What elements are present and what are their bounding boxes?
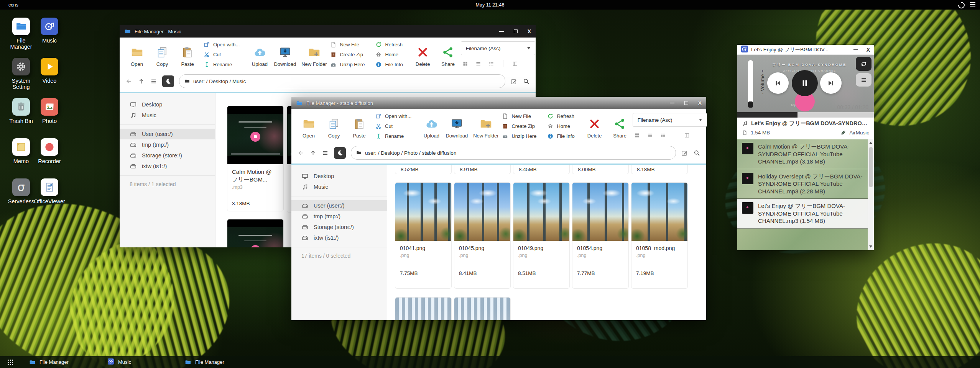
scroll-up-icon[interactable]	[869, 142, 872, 144]
paste-button[interactable]: Paste	[347, 110, 372, 142]
system-menu-icon[interactable]	[970, 2, 975, 8]
window-title-bar[interactable]: File Manager - MusicX	[120, 25, 536, 38]
delete-button[interactable]: Delete	[582, 110, 607, 142]
close-button[interactable]: X	[698, 100, 702, 106]
sidebar-item-desktop[interactable]: Desktop	[120, 99, 215, 110]
sidebar-item-user-user[interactable]: User (user:/)	[291, 200, 387, 211]
unzip-here-button[interactable]: Unzip Here	[502, 132, 536, 140]
share-button[interactable]: Share	[436, 38, 461, 70]
playlist-button[interactable]	[856, 73, 871, 87]
sort-dropdown[interactable]: Filename (Asc)	[633, 113, 707, 127]
open-button[interactable]: Open	[124, 38, 150, 70]
sidebar-item-ixtw-is1[interactable]: ixtw (is1:/)	[120, 161, 215, 172]
upload-button[interactable]: Upload	[247, 38, 272, 70]
cut-button[interactable]: Cut	[375, 122, 411, 130]
column-view-icon[interactable]	[684, 132, 690, 138]
player-title-bar[interactable]: Let's Enjoy @ フリーBGM DOV... X	[737, 45, 874, 55]
progress-bar[interactable]	[737, 112, 874, 118]
playlist-item[interactable]: Calm Motion @ フリーBGM DOVA-SYNDROME OFFIC…	[737, 139, 874, 169]
file-card-partial[interactable]	[454, 297, 511, 320]
close-button[interactable]: X	[528, 29, 531, 34]
refresh-button[interactable]: Refresh	[375, 40, 403, 49]
up-icon[interactable]	[309, 149, 317, 157]
app-launcher-icon[interactable]	[8, 360, 13, 365]
minimize-button[interactable]	[670, 103, 674, 103]
next-track-button[interactable]	[820, 72, 842, 94]
sidebar-item-tmp-tmp[interactable]: tmp (tmp:/)	[291, 211, 387, 222]
up-icon[interactable]	[138, 78, 145, 85]
repeat-button[interactable]	[856, 57, 871, 71]
path-input[interactable]: user: / Desktop / Music	[179, 74, 505, 88]
new-folder-button[interactable]: New Folder	[301, 38, 327, 70]
rename-button[interactable]: Rename	[204, 60, 240, 69]
grid-view-icon[interactable]	[634, 132, 640, 138]
file-card[interactable]: 01049.png.png8.51MB	[513, 182, 570, 289]
taskbar-item-file-manager[interactable]: File Manager	[29, 356, 69, 368]
unzip-here-button[interactable]: Unzip Here	[330, 60, 365, 69]
detail-view-icon[interactable]	[488, 61, 494, 67]
back-icon[interactable]	[297, 149, 304, 157]
desktop-icon-officeviewer[interactable]: OfficeViewer	[35, 178, 64, 219]
maximize-button[interactable]	[684, 101, 688, 105]
maximize-button[interactable]	[514, 29, 518, 33]
new-file-button[interactable]: New File	[330, 40, 365, 49]
sort-dropdown[interactable]: Filename (Asc)	[461, 41, 535, 55]
home-button[interactable]: Home	[375, 50, 403, 59]
home-button[interactable]: Home	[547, 122, 574, 130]
desktop-icon-system-setting[interactable]: System Setting	[7, 58, 35, 98]
desktop-icon-photo[interactable]: Photo	[35, 98, 64, 138]
refresh-button[interactable]: Refresh	[547, 112, 574, 120]
desktop-icon-video[interactable]: Video	[35, 58, 64, 98]
desktop-icon-serverless[interactable]: σServerless	[7, 178, 35, 219]
desktop-icon-trash-bin[interactable]: Trash Bin	[7, 98, 35, 138]
file-card[interactable]: Calm Motion @ フリーBGM....mp33.18MB	[227, 106, 284, 211]
file-card-partial[interactable]: 8.00MB	[572, 165, 629, 174]
file-card-partial[interactable]	[227, 219, 284, 247]
back-icon[interactable]	[125, 78, 133, 85]
file-card-partial[interactable]: 8.45MB	[513, 165, 570, 174]
desktop-icon-music[interactable]: Music	[35, 18, 64, 58]
sidebar-item-desktop[interactable]: Desktop	[291, 171, 387, 182]
scrollbar-thumb[interactable]	[869, 147, 873, 187]
playlist-scrollbar[interactable]	[868, 139, 874, 250]
list-view-icon[interactable]	[475, 61, 481, 67]
download-button[interactable]: Download	[272, 38, 298, 70]
edit-path-icon[interactable]	[681, 149, 688, 157]
list-view-icon[interactable]	[647, 132, 653, 138]
path-input[interactable]: user: / Desktop / Photo / stable diffusi…	[351, 146, 676, 160]
desktop-icon-memo[interactable]: Memo	[7, 138, 35, 178]
create-zip-button[interactable]: Create Zip	[330, 50, 365, 59]
file-card[interactable]: 01045.png.png8.41MB	[454, 182, 511, 289]
volume-slider-thumb[interactable]	[748, 101, 753, 108]
scroll-down-icon[interactable]	[869, 245, 872, 248]
paste-button[interactable]: Paste	[175, 38, 200, 70]
file-card[interactable]: 01058_mod.png.png7.19MB	[631, 182, 688, 289]
menu-icon[interactable]	[322, 149, 329, 157]
share-button[interactable]: Share	[607, 110, 633, 142]
taskbar-item-music[interactable]: Music	[108, 356, 131, 368]
dark-mode-toggle[interactable]	[162, 75, 174, 87]
open-with-button[interactable]: Open with...	[375, 112, 411, 120]
cut-button[interactable]: Cut	[204, 50, 240, 59]
close-button[interactable]: X	[867, 47, 870, 52]
minimize-button[interactable]	[499, 31, 504, 32]
minimize-button[interactable]	[853, 49, 858, 50]
pause-button[interactable]	[792, 70, 818, 96]
sidebar-item-music[interactable]: Music	[291, 182, 387, 192]
desktop-icon-file-manager[interactable]: File Manager	[7, 18, 35, 58]
sidebar-item-user-user[interactable]: User (user:/)	[120, 129, 215, 139]
dark-mode-toggle[interactable]	[334, 147, 346, 159]
create-zip-button[interactable]: Create Zip	[502, 122, 536, 130]
new-file-button[interactable]: New File	[502, 112, 536, 120]
window-title-bar[interactable]: File Manager - stable diffusionX	[291, 97, 706, 109]
rename-button[interactable]: Rename	[375, 132, 411, 140]
file-card-partial[interactable]: 8.52MB	[395, 165, 452, 174]
menu-icon[interactable]	[150, 78, 157, 85]
sidebar-item-tmp-tmp[interactable]: tmp (tmp:/)	[120, 139, 215, 150]
new-folder-button[interactable]: New Folder	[473, 110, 498, 142]
volume-slider[interactable]	[748, 60, 753, 105]
file-info-button[interactable]: File Info	[547, 132, 574, 140]
delete-button[interactable]: Delete	[410, 38, 436, 70]
detail-view-icon[interactable]	[660, 132, 666, 138]
sidebar-item-ixtw-is1[interactable]: ixtw (is1:/)	[291, 232, 387, 243]
